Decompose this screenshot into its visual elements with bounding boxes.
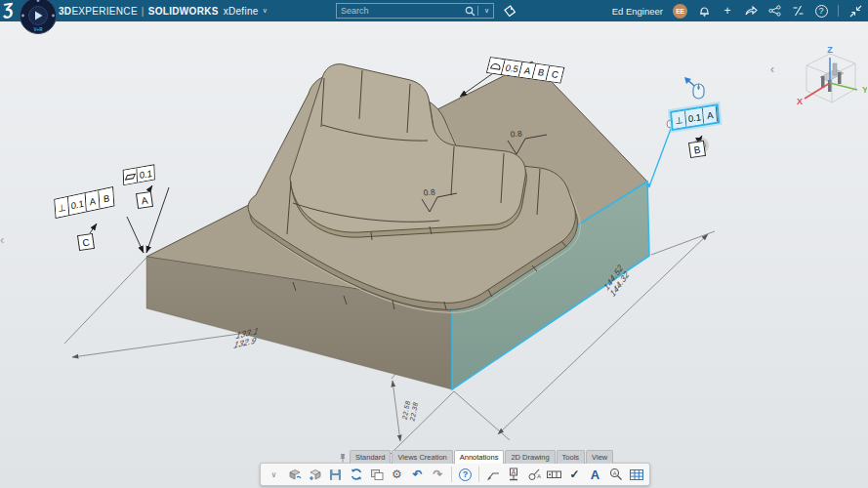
pin-icon[interactable]	[339, 453, 347, 463]
datum-label-a[interactable]: A	[136, 191, 153, 209]
model-scene[interactable]: 0.8 0.8	[0, 21, 868, 488]
tab-tools[interactable]: Tools	[557, 450, 586, 464]
left-panel-toggle-icon[interactable]: ‹	[0, 232, 4, 247]
triad-y-label: Y	[862, 85, 867, 95]
surface-finish-value-1: 0.8	[510, 128, 522, 139]
perpendicularity-symbol: ⊥	[55, 197, 69, 218]
undo-icon[interactable]: ↶	[408, 466, 427, 484]
surface-finish-icon[interactable]: A	[524, 466, 543, 484]
switch-window-icon[interactable]	[367, 466, 386, 484]
datum-label-c[interactable]: C	[77, 233, 95, 251]
tolerance-value: 0.1	[138, 165, 154, 182]
user-avatar[interactable]: EE	[673, 4, 687, 19]
topbar-right-cluster: Ed Engineer EE + ?	[612, 0, 862, 21]
search-box[interactable]: ∨	[336, 3, 494, 19]
verification-check-icon[interactable]: ✓	[565, 466, 584, 484]
toolbar-separator	[478, 467, 479, 482]
find-annotation-icon[interactable]: A	[606, 466, 625, 484]
social-network-icon[interactable]	[767, 4, 781, 18]
tab-annotations[interactable]: Annotations	[454, 450, 505, 464]
add-content-icon[interactable]: +	[721, 4, 734, 18]
share-icon[interactable]	[744, 4, 758, 18]
brand-solidworks: SOLIDWORKS	[148, 6, 219, 17]
datum-feature-icon[interactable]: A	[504, 466, 522, 484]
datum-label-b[interactable]: B	[688, 141, 706, 158]
insert-model-icon[interactable]	[306, 466, 324, 484]
ribbon-tabs: Standard Views Creation Annotations 2D D…	[339, 450, 613, 464]
view-triad[interactable]: Z Y X	[793, 44, 867, 112]
search-icon[interactable]	[465, 6, 475, 17]
toolbar-collapse-chevron-icon[interactable]: ∨	[265, 466, 283, 484]
brand-experience: EXPERIENCE	[71, 6, 137, 17]
geometric-tolerance-icon[interactable]	[545, 466, 563, 484]
assistance-help-icon[interactable]: ?	[456, 466, 475, 484]
action-toolbar: ∨ ⚙ ↶ ↷ ? A A ✓ A A	[260, 463, 650, 486]
triad-x-label: X	[797, 97, 803, 106]
top-app-bar: Ʒ 3DEXPERIENCE | SOLIDWORKS xDefine ∨ ∨ …	[0, 0, 868, 21]
datum-ref: B	[100, 187, 114, 208]
svg-text:A: A	[511, 468, 516, 475]
app-branding[interactable]: 3DEXPERIENCE | SOLIDWORKS xDefine ∨	[59, 0, 268, 21]
flatness-symbol-icon	[124, 168, 138, 184]
tab-view[interactable]: View	[586, 450, 613, 464]
perpendicularity-symbol: ⊥	[672, 111, 686, 129]
toolbar-separator	[451, 467, 452, 482]
tab-views-creation[interactable]: Views Creation	[392, 450, 452, 464]
tag-button[interactable]	[501, 3, 518, 19]
note-text-icon[interactable]: A	[586, 466, 604, 484]
tab-2d-drawing[interactable]: 2D Drawing	[505, 450, 555, 464]
help-icon[interactable]: ?	[814, 4, 828, 18]
settings-gear-icon[interactable]: ⚙	[388, 466, 406, 484]
open-model-icon[interactable]	[285, 466, 304, 484]
search-input[interactable]	[337, 6, 465, 16]
surface-finish-value-2: 0.8	[423, 186, 435, 197]
sync-refresh-icon[interactable]	[347, 466, 365, 484]
brand-separator: |	[142, 6, 145, 17]
shortcuts-icon[interactable]	[791, 4, 805, 18]
compass-label: V+R	[34, 27, 44, 32]
svg-text:A: A	[612, 470, 616, 476]
3d-viewport[interactable]: 0.8 0.8 0.5 A B C 0.1	[0, 21, 868, 488]
tag-icon	[504, 5, 517, 18]
datum-ref: C	[547, 66, 564, 83]
3dexperience-compass[interactable]: V+R	[19, 0, 58, 35]
tab-standard[interactable]: Standard	[350, 450, 391, 464]
tolerance-value: 0.1	[68, 193, 87, 215]
redo-icon[interactable]: ↷	[429, 466, 447, 484]
triad-z-label: Z	[827, 45, 833, 55]
table-icon[interactable]	[627, 466, 645, 484]
topbar-divider	[838, 5, 839, 17]
user-name[interactable]: Ed Engineer	[612, 6, 663, 17]
notifications-bell-icon[interactable]	[697, 4, 711, 18]
chevron-down-icon[interactable]: ∨	[263, 7, 268, 15]
tolerance-value: 0.1	[685, 108, 704, 127]
rotate-mouse-cursor-icon	[682, 74, 711, 103]
dassault-logo-icon[interactable]: Ʒ	[2, 0, 15, 20]
brand-3d: 3D	[59, 6, 71, 17]
collapse-window-icon[interactable]	[848, 4, 862, 18]
triad-collapse-chevron-icon[interactable]: ‹	[770, 62, 774, 76]
svg-text:A: A	[537, 473, 541, 479]
smart-dimension-icon[interactable]	[483, 466, 502, 484]
model-block[interactable]	[146, 61, 650, 389]
search-options-chevron-icon[interactable]: ∨	[480, 7, 493, 15]
search-divider	[477, 6, 478, 16]
triad-y-axis[interactable]	[830, 83, 857, 90]
datum-ref: A	[86, 190, 101, 211]
datum-ref: A	[703, 105, 718, 123]
brand-module: xDefine	[224, 6, 259, 17]
save-icon[interactable]	[326, 466, 345, 484]
